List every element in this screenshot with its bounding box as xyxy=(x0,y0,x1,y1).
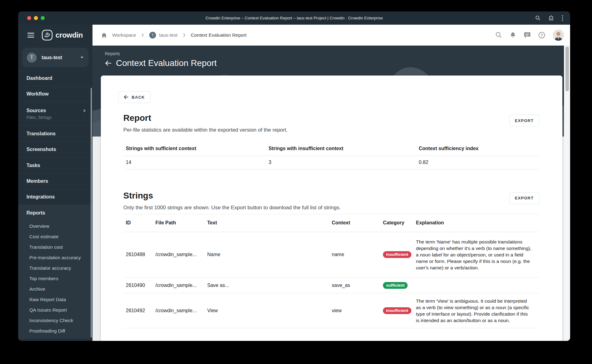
table-row: 2610488 /crowdin_sample... Name name ins… xyxy=(123,232,539,277)
sources-subtitle: Files, Strings xyxy=(27,115,86,120)
sidebar-item-inconsistency-check[interactable]: Inconsistency Check xyxy=(18,315,92,326)
sidebar-item-archive[interactable]: Archive xyxy=(18,284,92,294)
cell-text: View xyxy=(205,293,329,328)
svg-text:?: ? xyxy=(541,33,543,37)
sidebar-item-translations[interactable]: Translations xyxy=(18,125,92,141)
cell-file-path: /crowdin_sample... xyxy=(153,293,205,328)
cell-id: 2610488 xyxy=(123,232,153,277)
sidebar-item-pre-translation-accuracy[interactable]: Pre-translation accuracy xyxy=(18,252,92,263)
report-section-subtitle: Per-file statistics are available within… xyxy=(123,127,539,133)
stats-value-insufficient: 3 xyxy=(266,156,416,169)
back-button[interactable]: BACK xyxy=(118,91,150,103)
messages-chat-icon[interactable] xyxy=(524,32,531,38)
sidebar-item-raw-report-data[interactable]: Raw Report Data xyxy=(18,294,92,305)
back-arrow-icon xyxy=(124,95,129,99)
content-area: Reports Context Evaluation Report BACK xyxy=(92,46,570,341)
sidebar-item-dashboard[interactable]: Dashboard xyxy=(18,70,92,86)
sidebar-item-members[interactable]: Members xyxy=(18,173,92,189)
table-row: 2610490 /crowdin_sample... Save as... sa… xyxy=(123,277,539,293)
sidebar-section-reports: Reports Overview Cost estimate Translati… xyxy=(18,205,92,339)
cell-id: 2610490 xyxy=(123,277,153,293)
maximize-window-button[interactable] xyxy=(41,16,45,20)
chevron-right-icon xyxy=(82,108,86,113)
cell-explanation: The term 'View' is ambiguous. It could b… xyxy=(413,293,539,328)
report-section: Report Per-file statistics are available… xyxy=(123,113,539,170)
page-title: Context Evaluation Report xyxy=(116,58,217,68)
chevron-down-icon xyxy=(80,57,84,58)
browser-search-icon[interactable] xyxy=(535,15,541,21)
close-window-button[interactable] xyxy=(27,16,31,20)
breadcrumb-workspace[interactable]: Workspace xyxy=(112,32,136,38)
sidebar-item-workflow[interactable]: Workflow xyxy=(18,86,92,102)
sidebar-item-cost-estimate[interactable]: Cost estimate xyxy=(18,231,92,242)
column-header-explanation: Explanation xyxy=(413,214,539,232)
sidebar-item-screenshots[interactable]: Screenshots xyxy=(18,141,92,157)
sidebar-item-overview[interactable]: Overview xyxy=(18,221,92,231)
crowdin-logo-text: crowdin xyxy=(56,31,83,39)
breadcrumb-chevron-icon xyxy=(141,33,144,37)
hamburger-menu-icon[interactable] xyxy=(27,31,34,39)
user-avatar[interactable] xyxy=(553,30,564,41)
strings-table: ID File Path Text Context Category Expla… xyxy=(123,214,539,329)
column-header-category: Category xyxy=(380,214,413,232)
crowdin-logo[interactable]: crowdin xyxy=(42,30,83,41)
sidebar-item-reports[interactable]: Reports xyxy=(18,205,92,221)
sidebar-item-sources[interactable]: Sources Files, Strings xyxy=(18,102,92,125)
report-section-title: Report xyxy=(123,113,539,123)
help-icon[interactable]: ? xyxy=(538,32,545,39)
strings-section-title: Strings xyxy=(123,191,539,201)
strings-section-subtitle: Only the first 1000 strings are shown. U… xyxy=(123,205,539,211)
sidebar-item-tasks[interactable]: Tasks xyxy=(18,157,92,173)
sidebar-scrollbar[interactable] xyxy=(91,88,92,337)
browser-menu-kebab-icon[interactable] xyxy=(562,15,563,21)
stats-header-sufficient: Strings with sufficient context xyxy=(123,142,266,156)
sidebar-item-top-members[interactable]: Top members xyxy=(18,273,92,284)
team-avatar: T xyxy=(27,53,37,63)
sidebar-item-proofreading-diff[interactable]: Proofreading Diff xyxy=(18,326,92,336)
sidebar-item-translator-accuracy[interactable]: Translator accuracy xyxy=(18,263,92,273)
sidebar: crowdin T taus-test Dashboard Workflow S… xyxy=(18,25,92,341)
stats-header-index: Context sufficiency index xyxy=(416,142,539,156)
team-name: taus-test xyxy=(42,55,80,60)
sidebar-item-qa-issues-report[interactable]: QA Issues Report xyxy=(18,305,92,315)
strings-export-button[interactable]: EXPORT xyxy=(509,192,539,204)
column-header-id: ID xyxy=(123,214,153,232)
stats-value-sufficient: 14 xyxy=(123,156,266,169)
breadcrumb-chevron-icon xyxy=(183,33,186,37)
sidebar-item-integrations[interactable]: Integrations xyxy=(18,189,92,205)
status-badge: insufficient xyxy=(383,307,411,314)
page-scrollbar[interactable] xyxy=(564,46,570,341)
cell-context: name xyxy=(329,232,380,277)
app-header: Workspace T taus-test Context Evaluation… xyxy=(92,25,570,46)
notifications-bell-icon[interactable] xyxy=(510,32,516,39)
home-icon[interactable] xyxy=(101,32,107,38)
status-badge: sufficient xyxy=(383,282,408,289)
cell-context: save_as xyxy=(329,277,380,293)
extensions-puzzle-icon[interactable] xyxy=(548,15,554,21)
report-export-button[interactable]: EXPORT xyxy=(509,115,539,126)
traffic-lights xyxy=(27,16,45,20)
stats-values-row: 14 3 0.82 xyxy=(123,156,539,169)
stats-value-index: 0.82 xyxy=(416,156,539,169)
cell-text: Name xyxy=(205,232,329,277)
cell-id: 2610492 xyxy=(123,293,153,328)
back-arrow-icon[interactable] xyxy=(105,60,112,66)
browser-window: Crowdin Enterprise – Context Evaluation … xyxy=(18,11,570,341)
strings-table-header-row: ID File Path Text Context Category Expla… xyxy=(123,214,539,232)
team-selector[interactable]: T taus-test xyxy=(22,48,88,67)
column-header-text: Text xyxy=(205,214,329,232)
scrollbar-thumb[interactable] xyxy=(565,47,569,91)
strings-section: Strings Only the first 1000 strings are … xyxy=(123,191,539,329)
minimize-window-button[interactable] xyxy=(34,16,38,20)
cell-context: view xyxy=(329,293,380,328)
sidebar-item-translation-cost[interactable]: Translation cost xyxy=(18,242,92,252)
report-stats-table: Strings with sufficient context Strings … xyxy=(123,142,539,170)
column-header-file-path: File Path xyxy=(153,214,205,232)
crowdin-logo-icon xyxy=(42,30,53,41)
search-icon[interactable] xyxy=(495,32,502,38)
project-avatar: T xyxy=(149,32,156,39)
stats-header-insufficient: Strings with insufficient context xyxy=(266,142,416,156)
breadcrumb-project[interactable]: T taus-test xyxy=(149,32,177,39)
cell-explanation xyxy=(413,277,539,293)
cell-file-path: /crowdin_sample... xyxy=(153,232,205,277)
